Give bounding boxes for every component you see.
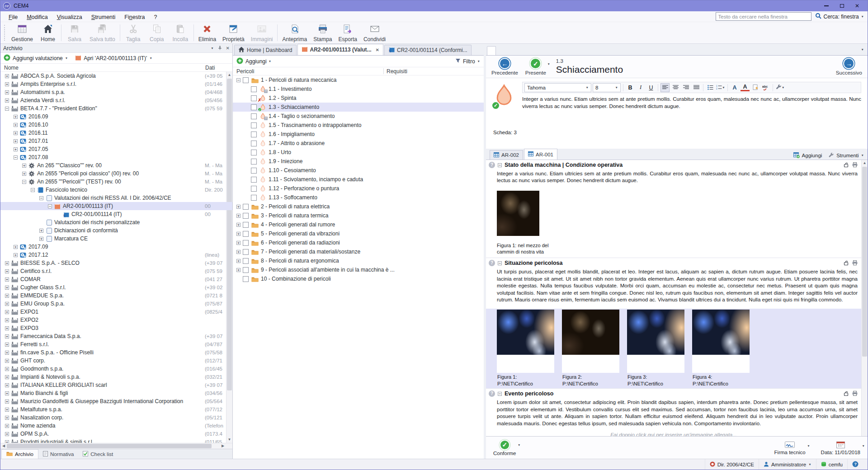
tree-item[interactable]: +Goodmonth s.p.a.(016/45	[0, 365, 232, 373]
tree-item[interactable]: +Cugher Glass S.r.l.(+39 02	[0, 283, 232, 291]
tree-item[interactable]: +Certifico s.r.l.(075 59	[0, 267, 232, 275]
filter-button[interactable]: Filtro	[463, 58, 475, 65]
highlight-color-button[interactable]: A	[741, 84, 750, 91]
expand-icon[interactable]: +	[5, 261, 9, 265]
tree-item[interactable]: +2017.12(linea)	[0, 251, 232, 259]
tree-item[interactable]: −2017.08	[0, 153, 232, 161]
collapse-icon[interactable]: −	[5, 107, 9, 111]
assessment-tab-ar-001[interactable]: AR-001	[524, 149, 557, 160]
document-tab[interactable]: AR2-001/001113 (Valut...✕	[297, 44, 383, 55]
tools-button[interactable]: Strumenti ▼	[828, 153, 864, 158]
hazard-checkbox[interactable]	[251, 104, 257, 110]
help-icon[interactable]: ?	[489, 260, 495, 266]
expand-icon[interactable]: +	[14, 131, 18, 135]
hazard-checkbox[interactable]	[251, 132, 257, 137]
font-color-button[interactable]: A	[730, 83, 739, 92]
font-name-select[interactable]: Tahoma▼	[524, 83, 591, 92]
chevron-down-icon[interactable]: ▼	[149, 56, 152, 60]
expand-icon[interactable]: +	[5, 269, 9, 273]
hazard-item[interactable]: ✓1.3 - Schiacciamento	[233, 103, 484, 112]
expand-icon[interactable]: +	[5, 391, 9, 395]
hazard-item[interactable]: +6 - Pericoli generati da radiazioni	[233, 238, 484, 247]
tree-item[interactable]: Valutazioni dei rischi personalizzate	[0, 218, 232, 226]
assessment-tab-ar-002[interactable]: AR-002	[490, 150, 523, 160]
hazard-item[interactable]: 1.8 - Urto	[233, 148, 484, 157]
hazard-checkbox[interactable]	[251, 159, 257, 164]
tree-item[interactable]: +2017.09	[0, 243, 232, 251]
figure-card[interactable]: Figura 1: P:\NET\Certifico Macchine\Anal…	[497, 310, 554, 387]
help-icon[interactable]: ?	[489, 390, 495, 397]
hazard-checkbox[interactable]	[251, 168, 257, 174]
elimina-button[interactable]: Elimina	[195, 22, 219, 43]
footer-tab-check-list[interactable]: Check list	[78, 449, 118, 459]
hazard-item[interactable]: −1 - Pericoli di natura meccanica	[233, 75, 484, 85]
open-evaluation-button[interactable]: Apri 'AR2-001/001113 (IT)'	[84, 55, 147, 61]
expand-icon[interactable]: +	[5, 82, 9, 86]
tree-item[interactable]: −Valutazioni dei rischi RESS All. I Dir.…	[0, 194, 232, 202]
expand-icon[interactable]: +	[236, 268, 241, 272]
hazard-checkbox[interactable]	[251, 86, 257, 92]
hazard-item[interactable]: ✗1.2 - Spinta	[233, 94, 484, 103]
tree-item[interactable]: §CR2-001/001114 (IT)00	[0, 210, 232, 218]
expand-icon[interactable]: +	[236, 250, 241, 254]
expand-icon[interactable]: +	[5, 408, 9, 412]
search-button[interactable]: Cerca: finestra ▼	[815, 13, 864, 20]
tree-item[interactable]: −BETA 4.7.7 - "President Edition"(075 59	[0, 104, 232, 113]
figure-card[interactable]: Figura 3: P:\NET\Certifico Macchine\Anal…	[627, 310, 684, 387]
hazard-checkbox[interactable]	[251, 195, 257, 201]
column-pericoli[interactable]: Pericoli	[236, 68, 254, 75]
bullet-list-button[interactable]	[706, 83, 715, 92]
expand-icon[interactable]: +	[5, 318, 9, 322]
hazard-checkbox[interactable]	[243, 276, 249, 282]
expand-icon[interactable]: +	[5, 74, 9, 78]
tree-item[interactable]: −Fascicolo tecnicoDir. 200	[0, 186, 232, 194]
footer-tab-archivio[interactable]: Archivio	[1, 449, 38, 459]
hazard-item[interactable]: 1.9 - Iniezione	[233, 157, 484, 166]
tree-item[interactable]: +2017.05	[0, 145, 232, 153]
expand-icon[interactable]: +	[5, 286, 9, 290]
chevron-down-icon[interactable]: ▼	[862, 444, 865, 447]
hazard-checkbox[interactable]	[251, 186, 257, 192]
print-section-icon[interactable]	[852, 390, 858, 398]
expand-icon[interactable]: +	[236, 214, 241, 218]
hazard-checkbox[interactable]	[251, 95, 257, 101]
figure-card[interactable]: Figura 2: P:\NET\Certifico Macchine\Anal…	[562, 310, 619, 387]
hazard-checkbox[interactable]	[243, 77, 249, 83]
tree-item[interactable]: +EMMEDUE S.p.a.(0721 8	[0, 291, 232, 300]
tree-item[interactable]: +Impianti & Notevoli s.p.a.(032/21	[0, 373, 232, 381]
hazard-item[interactable]: 1.7 - Attrito o abrasione	[233, 139, 484, 148]
statusbar-user[interactable]: Amministratore ▼	[759, 459, 816, 470]
menu-file[interactable]: File	[4, 13, 22, 22]
hazard-checkbox[interactable]	[243, 240, 249, 246]
expand-icon[interactable]: +	[14, 245, 18, 249]
collapse-icon[interactable]: −	[236, 78, 241, 82]
hazard-checkbox[interactable]	[251, 113, 257, 119]
chevron-down-icon[interactable]: ▼	[547, 62, 550, 66]
hazard-item[interactable]: +7 - Pericoli generati da materiali/sost…	[233, 247, 484, 256]
menu-visualizza[interactable]: Visualizza	[52, 13, 87, 22]
minimize-button[interactable]	[819, 1, 834, 11]
archive-horizontal-scrollbar[interactable]: ◀ ▶	[0, 443, 232, 449]
figure-image[interactable]	[627, 310, 684, 355]
expand-icon[interactable]: +	[236, 241, 241, 245]
add-hazard-button[interactable]: Aggiungi	[245, 58, 267, 65]
insert-symbol-button[interactable]	[751, 83, 760, 92]
align-left-button[interactable]	[660, 83, 670, 92]
home-button[interactable]: Home	[36, 22, 60, 43]
next-button[interactable]: → Successivo	[836, 58, 862, 75]
scroll-right-icon[interactable]: ▶	[220, 443, 226, 449]
tree-item[interactable]: +Azienda Verdi s.r.l.(05/456	[0, 96, 232, 104]
hazard-checkbox[interactable]	[251, 122, 257, 128]
tree-item[interactable]: +2016.10	[0, 121, 232, 129]
expand-icon[interactable]: +	[14, 253, 18, 257]
hazard-checkbox[interactable]	[251, 150, 257, 155]
hazard-item[interactable]: +5 - Pericoli generati da vibrazioni	[233, 229, 484, 238]
expand-icon[interactable]: +	[5, 343, 9, 347]
collapse-icon[interactable]: −	[22, 180, 26, 184]
expand-icon[interactable]: +	[5, 400, 9, 404]
tree-item[interactable]: +An 2655 "Pericoli poi classico" (00) re…	[0, 169, 232, 178]
expand-icon[interactable]: +	[5, 432, 9, 436]
chevron-down-icon[interactable]: ▼	[807, 444, 810, 447]
restore-button[interactable]	[834, 1, 849, 11]
numbered-list-button[interactable]: 12▼	[716, 83, 725, 92]
